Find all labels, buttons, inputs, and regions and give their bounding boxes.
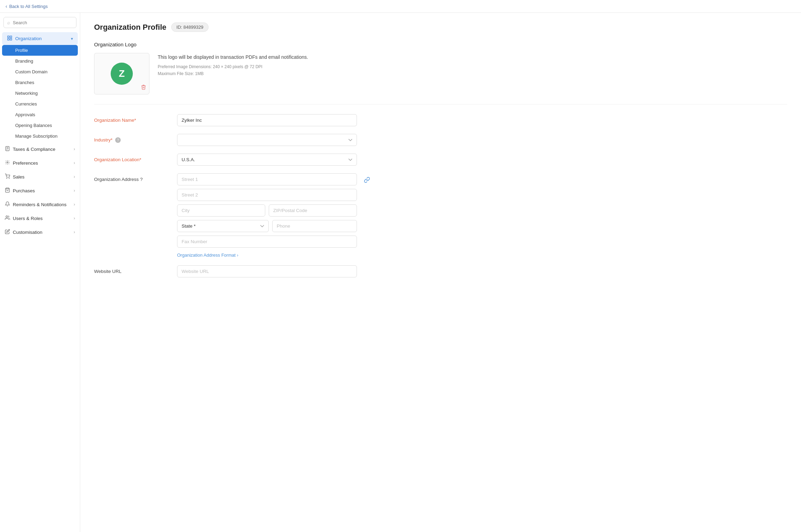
industry-help-icon[interactable]: ? [115,137,121,143]
back-bar[interactable]: ‹ Back to All Settings [0,0,801,13]
chevron-down-icon: ▾ [71,36,73,41]
back-chevron-icon: ‹ [6,3,7,9]
chevron-right-icon-4: › [74,188,75,193]
logo-avatar: Z [111,63,133,85]
users-label: Users & Roles [13,216,43,221]
org-name-field [177,114,357,126]
sidebar-section-header-reminders[interactable]: Reminders & Notifications › [0,198,80,211]
sidebar-section-taxes: Taxes & Compliance › [0,143,80,155]
search-box[interactable]: ⌕ [3,17,76,28]
phone-input[interactable] [272,220,357,232]
sidebar-item-profile[interactable]: Profile [2,45,78,56]
chevron-right-icon: › [74,147,75,152]
street2-input[interactable] [177,189,357,201]
street1-input[interactable] [177,173,357,185]
industry-select[interactable] [177,134,357,146]
address-fields: State * Organization Address Format › [177,173,357,258]
sidebar-item-networking[interactable]: Networking [2,88,78,99]
chevron-right-icon-5: › [74,202,75,207]
sales-icon [5,174,10,180]
logo-section: Organization Logo Z [94,42,787,104]
state-select[interactable]: State * [177,220,269,232]
users-icon [5,215,10,221]
svg-point-12 [6,216,8,218]
sidebar-organization-label: Organization [15,36,42,41]
industry-field [177,134,357,146]
search-input[interactable] [13,20,73,25]
chevron-right-icon-7: › [74,230,75,235]
reminders-icon [5,201,10,208]
logo-delete-icon[interactable] [141,84,146,91]
city-zip-row [177,204,357,217]
org-address-label: Organization Address ? [94,173,170,182]
sidebar-section-header-taxes[interactable]: Taxes & Compliance › [0,143,80,155]
org-id-badge: ID: 84899329 [171,22,209,32]
org-location-field: U.S.A. [177,154,357,166]
sidebar-item-custom-domain[interactable]: Custom Domain [2,66,78,77]
taxes-icon [5,146,10,152]
website-url-label: Website URL [94,265,170,274]
org-name-input[interactable] [177,114,357,126]
address-format-link[interactable]: Organization Address Format › [177,253,238,258]
sidebar-section-users: Users & Roles › [0,212,80,224]
svg-rect-1 [10,36,12,38]
purchases-label: Purchases [13,188,35,193]
sidebar-item-approvals[interactable]: Approvals [2,109,78,120]
sidebar-item-opening-balances[interactable]: Opening Balances [2,120,78,131]
sidebar-section-header-organization[interactable]: Organization ▾ [2,32,78,45]
website-url-row: Website URL [94,265,787,277]
sidebar-section-organization: Organization ▾ Profile Branding Custom D… [0,32,80,141]
customisation-icon [5,229,10,235]
logo-box: Z [94,53,149,94]
org-location-label: Organization Location* [94,154,170,162]
sidebar-item-manage-subscription[interactable]: Manage Subscription [2,131,78,141]
sidebar-section-header-purchases[interactable]: Purchases › [0,184,80,197]
logo-area: Z This logo will be displayed in transac… [94,53,787,94]
logo-info: This logo will be displayed in transacti… [158,53,308,77]
svg-point-8 [7,162,8,163]
sidebar-section-header-preferences[interactable]: Preferences › [0,157,80,169]
sidebar-item-currencies[interactable]: Currencies [2,99,78,109]
sidebar-organization-subitems: Profile Branding Custom Domain Branches … [0,45,80,141]
reminders-label: Reminders & Notifications [13,202,66,207]
website-url-field [177,265,357,277]
sidebar-section-header-sales[interactable]: Sales › [0,171,80,183]
organization-icon [7,35,12,42]
industry-label: Industry* ? [94,134,170,143]
logo-main-text: This logo will be displayed in transacti… [158,54,308,60]
sales-label: Sales [13,174,25,180]
org-name-label: Organization Name* [94,114,170,123]
city-input[interactable] [177,204,265,217]
org-name-row: Organization Name* [94,114,787,126]
page-title: Organization Profile [94,23,166,32]
org-location-row: Organization Location* U.S.A. [94,154,787,166]
preferences-label: Preferences [13,160,38,166]
main-content: Organization Profile ID: 84899329 Organi… [80,13,801,532]
address-edit-icon[interactable] [364,173,370,185]
purchases-icon [5,187,10,194]
website-url-input[interactable] [177,265,357,277]
sidebar-item-branches[interactable]: Branches [2,77,78,88]
svg-point-9 [7,178,7,178]
fax-input[interactable] [177,236,357,248]
preferences-icon [5,160,10,166]
address-help-icon[interactable]: ? [140,177,143,182]
taxes-label: Taxes & Compliance [13,147,55,152]
chevron-right-icon-3: › [74,174,75,179]
arrow-icon: › [237,253,238,258]
sidebar-section-header-customisation[interactable]: Customisation › [0,226,80,238]
svg-rect-2 [8,38,9,40]
sidebar-section-header-users[interactable]: Users & Roles › [0,212,80,224]
org-location-select[interactable]: U.S.A. [177,154,357,166]
zip-input[interactable] [269,204,357,217]
sidebar: ⌕ Organization ▾ Profile [0,13,80,532]
sidebar-item-branding[interactable]: Branding [2,56,78,66]
main-layout: ⌕ Organization ▾ Profile [0,13,801,532]
address-format-container: Organization Address Format › [177,251,357,258]
chevron-right-icon-2: › [74,160,75,165]
svg-rect-0 [8,36,9,38]
industry-row: Industry* ? [94,134,787,146]
logo-section-label: Organization Logo [94,42,787,47]
svg-rect-3 [10,38,12,40]
state-phone-row: State * [177,220,357,232]
